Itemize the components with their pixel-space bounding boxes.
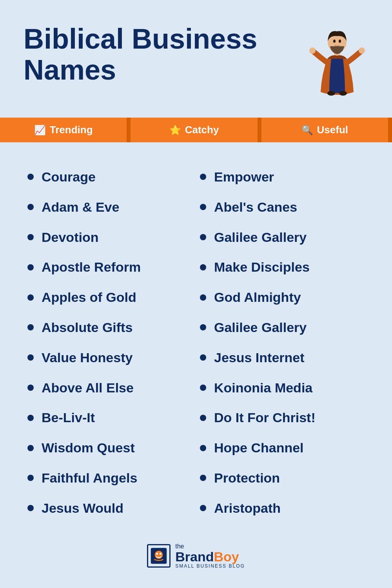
footer-logo: the BrandBoy SMALL BUSINESS BLOG (24, 543, 368, 569)
useful-icon: 🔍 (301, 125, 313, 136)
page-wrapper: Biblical BusinessNames (0, 0, 392, 588)
tag-trending[interactable]: 📈 Trending (0, 118, 127, 142)
list-item: Koinonia Media (196, 373, 368, 403)
bullet-icon (27, 505, 34, 511)
logo-tagline-text: SMALL BUSINESS BLOG (175, 563, 245, 569)
svg-point-2 (359, 47, 365, 54)
bullet-icon (27, 415, 34, 421)
bullet-icon (200, 505, 206, 511)
bullet-icon (27, 445, 34, 451)
tag-useful-label: Useful (317, 124, 348, 136)
bullet-icon (200, 204, 206, 210)
bullet-icon (27, 475, 34, 481)
names-section: Courage Adam & Eve Devotion Apostle Refo… (24, 162, 368, 523)
names-column-right: Empower Abel's Canes Galilee Gallery Mak… (196, 162, 368, 523)
bullet-icon (27, 324, 34, 330)
name-text: Empower (214, 169, 274, 185)
list-item: Hope Channel (196, 433, 368, 463)
name-text: Hope Channel (214, 440, 304, 456)
bullet-icon (200, 385, 206, 391)
list-item: Do It For Christ! (196, 403, 368, 433)
list-item: God Almighty (196, 282, 368, 312)
logo-icon (147, 544, 171, 568)
name-text: Galilee Gallery (214, 319, 307, 336)
list-item: Faithful Angels (24, 463, 196, 493)
list-item: Jesus Internet (196, 343, 368, 373)
tag-catchy-label: Catchy (185, 124, 219, 136)
list-item: Jesus Would (24, 493, 196, 523)
name-text: Apples of Gold (42, 289, 136, 305)
tag-useful[interactable]: 🔍 Useful (261, 118, 388, 142)
name-text: Do It For Christ! (214, 410, 316, 426)
list-item: Apostle Reform (24, 252, 196, 282)
name-text: Jesus Would (42, 500, 123, 516)
bullet-icon (27, 385, 34, 391)
list-item: Abel's Canes (196, 192, 368, 222)
bullet-icon (200, 264, 206, 270)
tag-separator-3 (388, 118, 392, 142)
logo-text-block: the BrandBoy SMALL BUSINESS BLOG (175, 543, 245, 569)
trending-icon: 📈 (34, 125, 46, 136)
bullet-icon (200, 475, 206, 481)
names-column-left: Courage Adam & Eve Devotion Apostle Refo… (24, 162, 196, 523)
bullet-icon (27, 204, 34, 210)
name-text: Adam & Eve (42, 199, 119, 215)
list-item: Galilee Gallery (196, 222, 368, 252)
list-item: Adam & Eve (24, 192, 196, 222)
name-text: Above All Else (42, 380, 134, 396)
list-item: Make Disciples (196, 252, 368, 282)
list-item: Courage (24, 162, 196, 192)
name-text: Aristopath (214, 500, 281, 516)
name-text: Faithful Angels (42, 470, 137, 486)
svg-point-5 (333, 40, 336, 43)
tag-trending-label: Trending (50, 124, 93, 136)
svg-point-11 (156, 553, 158, 555)
tag-separator-1 (127, 118, 131, 142)
list-item: Wisdom Quest (24, 433, 196, 463)
bullet-icon (200, 354, 206, 361)
name-text: Courage (42, 169, 96, 185)
name-text: Galilee Gallery (214, 229, 307, 245)
name-text: Koinonia Media (214, 380, 312, 396)
name-text: Protection (214, 470, 280, 486)
svg-point-1 (309, 47, 316, 54)
list-item: Be-Liv-It (24, 403, 196, 433)
brandboy-logo: the BrandBoy SMALL BUSINESS BLOG (147, 543, 245, 569)
list-item: Absolute Gifts (24, 312, 196, 343)
name-text: Make Disciples (214, 259, 310, 275)
bullet-icon (200, 324, 206, 330)
name-text: Jesus Internet (214, 350, 305, 366)
logo-brand-text: BrandBoy (175, 550, 239, 563)
bullet-icon (27, 264, 34, 270)
name-text: Abel's Canes (214, 199, 297, 215)
bullet-icon (27, 294, 34, 301)
name-text: God Almighty (214, 289, 301, 305)
bullet-icon (200, 174, 206, 180)
tag-separator-2 (258, 118, 261, 142)
tags-bar: 📈 Trending ⭐ Catchy 🔍 Useful (0, 118, 392, 142)
name-text: Value Honesty (42, 350, 132, 366)
bullet-icon (200, 445, 206, 451)
name-text: Devotion (42, 229, 98, 245)
bullet-icon (200, 294, 206, 301)
svg-point-6 (339, 40, 341, 43)
list-item: Galilee Gallery (196, 312, 368, 343)
svg-point-12 (160, 553, 162, 555)
bullet-icon (200, 234, 206, 240)
svg-point-7 (327, 91, 335, 96)
list-item: Value Honesty (24, 343, 196, 373)
bullet-icon (27, 234, 34, 240)
name-text: Apostle Reform (42, 259, 141, 275)
bullet-icon (27, 174, 34, 180)
page-title: Biblical BusinessNames (24, 24, 306, 85)
list-item: Devotion (24, 222, 196, 252)
tag-catchy[interactable]: ⭐ Catchy (131, 118, 257, 142)
list-item: Apples of Gold (24, 282, 196, 312)
list-item: Protection (196, 463, 368, 493)
bullet-icon (200, 415, 206, 421)
name-text: Wisdom Quest (42, 440, 135, 456)
header-section: Biblical BusinessNames (24, 24, 368, 106)
list-item: Empower (196, 162, 368, 192)
title-block: Biblical BusinessNames (24, 24, 306, 85)
svg-point-8 (339, 91, 347, 96)
